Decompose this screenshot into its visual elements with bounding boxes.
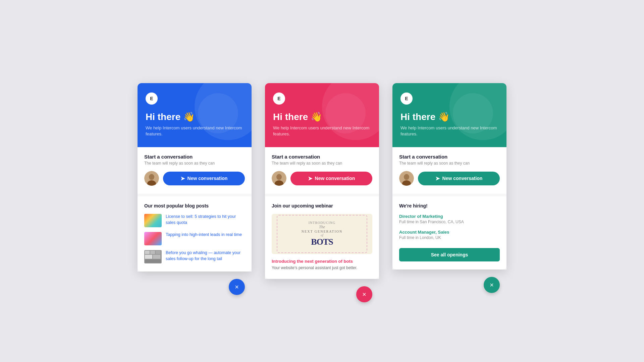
- widget-pink: E Hi there 👋 We help Intercom users unde…: [265, 83, 379, 279]
- conv-row-teal: ➤ New conversation: [399, 171, 500, 186]
- svg-point-11: [276, 174, 282, 180]
- blog-item-2[interactable]: Tapping into high-intent leads in real t…: [144, 232, 245, 245]
- bots-big-text: BOTS: [284, 237, 360, 247]
- svg-rect-9: [145, 259, 161, 263]
- svg-point-14: [404, 174, 409, 180]
- conv-row-pink: ➤ New conversation: [272, 171, 372, 186]
- blog-item-3[interactable]: Before you go whaling — automate your sa…: [144, 250, 245, 263]
- bots-next-text: The: [284, 225, 360, 230]
- job-link-2[interactable]: Account Manager, Sales: [399, 230, 500, 235]
- widget-pink-body: Start a conversation The team will reply…: [265, 147, 379, 279]
- blog-thumb-3: [144, 250, 162, 263]
- close-btn-blue[interactable]: ×: [229, 279, 245, 295]
- webinar-description: Your website's personal assistant just g…: [272, 265, 372, 271]
- close-btn-pink[interactable]: ×: [356, 286, 372, 302]
- blog-section-title: Our most popular blog posts: [144, 203, 245, 208]
- job-item-1: Director of Marketing Full time in San F…: [399, 214, 500, 224]
- svg-rect-5: [150, 251, 155, 254]
- widget-teal-body: Start a conversation The team will reply…: [392, 147, 506, 269]
- widgets-container: E Hi there 👋 We help Intercom users unde…: [87, 83, 557, 279]
- conv-title-pink: Start a conversation: [272, 154, 372, 160]
- widget-pink-header: E Hi there 👋 We help Intercom users unde…: [265, 83, 379, 147]
- blog-item-1[interactable]: License to sell: 5 strategies to hit you…: [144, 214, 245, 227]
- subtitle-pink: We help Intercom users understand new In…: [273, 125, 371, 137]
- new-conv-btn-teal[interactable]: ➤ New conversation: [418, 172, 500, 185]
- blog-link-2[interactable]: Tapping into high-intent leads in real t…: [166, 232, 242, 238]
- job-meta-2: Full time in London, UK: [399, 235, 500, 240]
- blog-thumb-2: [144, 232, 162, 245]
- svg-point-1: [149, 174, 154, 180]
- blog-link-1[interactable]: License to sell: 5 strategies to hit you…: [166, 214, 245, 226]
- logo-pink: E: [273, 93, 285, 105]
- job-item-2: Account Manager, Sales Full time in Lond…: [399, 230, 500, 240]
- webinar-section-title: Join our upcoming webinar: [272, 203, 372, 208]
- logo-teal: E: [400, 93, 413, 105]
- blog-card: Our most popular blog posts License to s…: [138, 196, 252, 272]
- send-icon-pink: ➤: [308, 175, 312, 182]
- job-link-1[interactable]: Director of Marketing: [399, 214, 500, 219]
- blog-link-3[interactable]: Before you go whaling — automate your sa…: [166, 250, 245, 262]
- conversation-card-teal: Start a conversation The team will reply…: [392, 147, 506, 194]
- jobs-card: We're hiring! Director of Marketing Full…: [392, 196, 506, 269]
- btn-label-pink: New conversation: [315, 176, 355, 181]
- avatar-teal: [399, 171, 414, 186]
- jobs-section-title: We're hiring!: [399, 203, 500, 208]
- bots-introducing-text: INTRODUCING: [284, 221, 360, 225]
- bots-of-text: of: [284, 233, 360, 237]
- webinar-card: Join our upcoming webinar INTRODUCING Th…: [265, 196, 379, 279]
- btn-label-blue: New conversation: [187, 176, 228, 181]
- widget-blue: E Hi there 👋 We help Intercom users unde…: [138, 83, 252, 272]
- subtitle-teal: We help Intercom users understand new In…: [400, 125, 498, 137]
- svg-rect-4: [145, 251, 150, 254]
- webinar-link[interactable]: Introducing the next generation of bots: [272, 259, 372, 264]
- job-meta-1: Full time in San Francisco, CA, USA: [399, 220, 500, 224]
- send-icon-teal: ➤: [435, 175, 440, 182]
- widget-blue-body: Start a conversation The team will reply…: [138, 147, 252, 272]
- bots-nextgen-text: NEXT GENERATION: [284, 230, 360, 233]
- svg-rect-6: [156, 251, 160, 254]
- svg-rect-7: [145, 255, 152, 259]
- webinar-image: INTRODUCING The NEXT GENERATION of BOTS: [272, 214, 372, 254]
- send-icon-blue: ➤: [180, 175, 185, 182]
- new-conv-btn-blue[interactable]: ➤ New conversation: [163, 172, 245, 185]
- conv-subtitle-pink: The team will reply as soon as they can: [272, 161, 372, 166]
- widget-teal-header: E Hi there 👋 We help Intercom users unde…: [392, 83, 506, 147]
- subtitle-blue: We help Intercom users understand new In…: [146, 125, 244, 137]
- avatar-pink: [272, 171, 286, 186]
- new-conv-btn-pink[interactable]: ➤ New conversation: [290, 172, 372, 185]
- conversation-card-pink: Start a conversation The team will reply…: [265, 147, 379, 194]
- blog-thumb-1: [144, 214, 162, 227]
- close-btn-teal[interactable]: ×: [484, 277, 500, 293]
- svg-rect-8: [153, 255, 160, 259]
- logo-blue: E: [146, 93, 158, 105]
- greeting-teal: Hi there 👋: [400, 111, 498, 122]
- avatar-blue: [144, 171, 159, 186]
- greeting-pink: Hi there 👋: [273, 111, 371, 122]
- webinar-image-content: INTRODUCING The NEXT GENERATION of BOTS: [277, 215, 367, 253]
- greeting-blue: Hi there 👋: [146, 111, 244, 122]
- conv-title-blue: Start a conversation: [144, 154, 245, 160]
- widget-teal: E Hi there 👋 We help Intercom users unde…: [392, 83, 506, 269]
- btn-label-teal: New conversation: [442, 176, 483, 181]
- conv-subtitle-teal: The team will reply as soon as they can: [399, 161, 500, 166]
- webinar-text-block: INTRODUCING The NEXT GENERATION of BOTS: [281, 218, 363, 250]
- see-all-btn[interactable]: See all openings: [399, 248, 500, 261]
- conv-row-blue: ➤ New conversation: [144, 171, 245, 186]
- widget-blue-header: E Hi there 👋 We help Intercom users unde…: [138, 83, 252, 147]
- conversation-card-blue: Start a conversation The team will reply…: [138, 147, 252, 194]
- conv-title-teal: Start a conversation: [399, 154, 500, 160]
- conv-subtitle-blue: The team will reply as soon as they can: [144, 161, 245, 166]
